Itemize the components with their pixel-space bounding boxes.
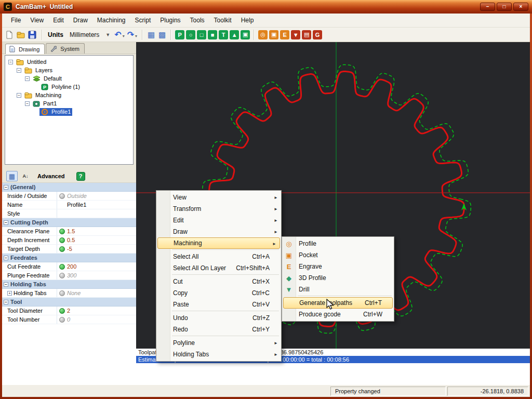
section-expander[interactable]: − [4,185,8,190]
tab-drawing[interactable]: Drawing [5,44,45,54]
tree-item-part1[interactable]: −Part1 [5,99,133,108]
menu-item-cut[interactable]: CutCtrl+X [156,276,281,287]
menu-item-select-all[interactable]: Select AllCtrl+A [156,251,281,262]
undo-button[interactable]: ↶ [114,30,121,39]
tree-expander[interactable]: − [8,60,13,64]
property-value[interactable]: 0 [67,315,136,324]
tree-item-default[interactable]: −Default [5,74,133,83]
menu-item-polyline[interactable]: Polyline► [156,337,281,349]
property-section-holding-tabs[interactable]: −Holding Tabs [2,280,136,289]
menu-item-paste[interactable]: PasteCtrl+V [156,299,281,310]
help-button[interactable]: ? [76,172,85,181]
property-value[interactable]: Outside [67,192,136,200]
menu-item-redo[interactable]: RedoCtrl+Y [156,324,281,335]
property-value[interactable]: 200 [67,262,136,271]
tree-item-machining[interactable]: −Machining [5,91,133,99]
property-section-feedrates[interactable]: −Feedrates [2,254,136,262]
tab-system[interactable]: System [46,43,85,54]
maximize-button[interactable]: □ [497,3,512,11]
property-value[interactable]: 300 [67,271,136,280]
property-value[interactable]: 2 [67,307,136,315]
menu-item-produce-gcode[interactable]: Produce gcodeCtrl+W [282,309,394,320]
menu-machining[interactable]: Machining [92,14,130,26]
menu-tools[interactable]: Tools [185,14,209,26]
pocket-toolbar-icon[interactable]: ▣ [269,30,278,39]
menu-item-pocket[interactable]: ▣Pocket [282,249,394,261]
draw-region-icon[interactable]: ▣ [241,30,250,39]
menu-item-holding-tabs[interactable]: Holding Tabs► [156,349,281,360]
draw-text-icon[interactable]: T [219,30,228,39]
row-expander[interactable]: + [7,291,12,296]
undo-caret-icon[interactable]: ▾ [123,34,125,38]
advanced-toggle[interactable]: Advanced [37,173,65,179]
menu-item-undo[interactable]: UndoCtrl+Z [156,312,281,324]
units-dropdown[interactable]: Millimeters ▼ [67,30,113,39]
draw-rectangle-icon[interactable]: □ [197,30,206,39]
menu-item-draw[interactable]: Draw► [156,226,281,237]
property-value[interactable]: None [67,289,136,297]
menu-edit[interactable]: Edit [48,14,69,26]
menu-help[interactable]: Help [236,14,259,26]
draw-surface-icon[interactable]: ▲ [230,30,239,39]
tree-expander[interactable]: − [25,101,30,106]
snap-points-icon[interactable]: ▩ [157,30,167,39]
property-value[interactable]: 1.5 [67,227,136,235]
menu-item-drill[interactable]: ▼Drill [282,284,394,295]
draw-polyline-icon[interactable]: P [175,30,184,39]
menu-item-view[interactable]: View► [156,192,281,203]
profile-toolbar-icon[interactable]: ◎ [258,30,268,39]
menu-item-edit[interactable]: Edit► [156,215,281,226]
tree-item-profile1[interactable]: Profile1 [5,108,133,116]
draw-point-icon[interactable]: ■ [208,30,217,39]
alphabetical-sort-button[interactable]: A↓ [20,171,31,181]
redo-caret-icon[interactable]: ▾ [135,34,137,38]
menu-view[interactable]: View [25,14,48,26]
section-expander[interactable]: − [4,256,8,260]
property-value[interactable]: -5 [67,245,136,253]
section-expander[interactable]: − [4,300,8,304]
redo-button[interactable]: ↷ [127,30,134,39]
property-value[interactable]: 0.5 [67,236,136,244]
engrave-toolbar-icon[interactable]: E [280,30,289,39]
drill-toolbar-icon[interactable]: ▼ [291,30,300,39]
toolpath-toolbar-icon[interactable]: ▤ [302,30,311,39]
menu-item-machining[interactable]: Machining► [157,237,280,249]
menu-draw[interactable]: Draw [69,14,92,26]
tree-item-polyline-1[interactable]: PPolyline (1) [5,83,133,91]
toolbar-separator [254,30,255,40]
menu-item-select-all-on-layer[interactable]: Select All On LayerCtrl+Shift+A [156,262,281,274]
open-file-button[interactable] [17,31,25,38]
menu-item-transform[interactable]: Transform► [156,203,281,215]
tree-item-layers[interactable]: −Layers [5,66,133,74]
categorized-view-button[interactable]: ▦ [6,171,18,181]
menu-item-generate-toolpaths[interactable]: Generate toolpathsCtrl+T [283,297,393,309]
menu-item-profile[interactable]: ◎Profile [282,238,394,249]
draw-circle-icon[interactable]: ○ [186,30,195,39]
menu-item-copy[interactable]: CopyCtrl+C [156,287,281,299]
tree-expander[interactable]: − [17,93,21,98]
property-section-general[interactable]: −(General) [2,183,136,192]
menu-toolkit[interactable]: Toolkit [209,14,236,26]
menu-file[interactable]: File [6,14,25,26]
menu-script[interactable]: Script [130,14,156,26]
menu-item-3d-profile[interactable]: ◆3D Profile [282,272,394,284]
close-button[interactable]: × [513,3,528,11]
property-value[interactable]: Profile1 [67,201,136,209]
menu-item-engrave[interactable]: EEngrave [282,261,394,272]
section-expander[interactable]: − [4,282,8,287]
property-section-cutting-depth[interactable]: −Cutting Depth [2,218,136,227]
section-expander[interactable]: − [4,220,8,225]
tree-expander[interactable]: − [17,68,21,73]
status-bar: Property changed -26.1818, 0.8838 [2,384,530,397]
tree-item-untitled[interactable]: −Untitled [5,58,133,66]
save-button[interactable] [28,31,36,39]
property-section-tool[interactable]: −Tool [2,298,136,307]
property-value[interactable] [67,209,136,218]
snap-grid-icon[interactable]: ▦ [147,30,156,39]
new-file-button[interactable] [5,31,14,39]
gcode-toolbar-icon[interactable]: G [313,30,322,39]
menu-plugins[interactable]: Plugins [155,14,185,26]
minimize-button[interactable]: – [480,3,495,11]
title-bar[interactable]: C CamBam+ Untitled –□× [0,0,532,14]
tree-expander[interactable]: − [25,76,30,81]
